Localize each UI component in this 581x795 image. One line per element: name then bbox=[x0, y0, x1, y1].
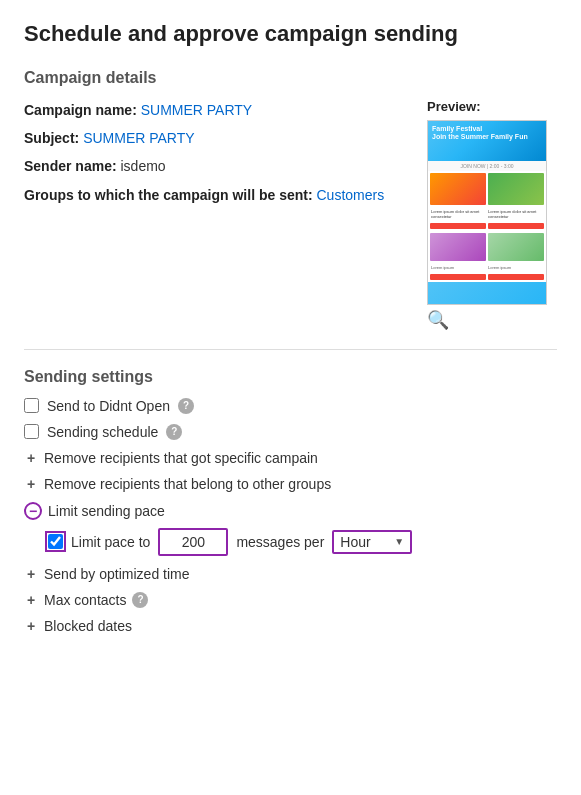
preview-cell-2 bbox=[488, 173, 544, 205]
groups-value: Customers bbox=[316, 187, 384, 203]
preview-header-block: Family FestivalJoin the Summer Family Fu… bbox=[428, 121, 546, 161]
campaign-preview-image: Family FestivalJoin the Summer Family Fu… bbox=[427, 120, 547, 305]
sending-settings-title: Sending settings bbox=[24, 368, 557, 386]
remove-groups-label: Remove recipients that belong to other g… bbox=[44, 476, 331, 492]
limit-pace-checkbox-wrapper bbox=[48, 534, 63, 549]
campaign-name-value: SUMMER PARTY bbox=[141, 102, 253, 118]
preview-cell-3 bbox=[430, 233, 486, 261]
plus-icon-3: + bbox=[24, 566, 38, 582]
groups-label: Groups to which the campaign will be sen… bbox=[24, 187, 313, 203]
send-to-didnt-open-row: Send to Didnt Open ? bbox=[24, 398, 557, 414]
preview-cell-1 bbox=[430, 173, 486, 205]
max-contacts-help-icon[interactable]: ? bbox=[132, 592, 148, 608]
campaign-details-title: Campaign details bbox=[24, 69, 557, 87]
sending-schedule-row: Sending schedule ? bbox=[24, 424, 557, 440]
minus-circle-icon[interactable]: − bbox=[24, 502, 42, 520]
subject-value: SUMMER PARTY bbox=[83, 130, 195, 146]
preview-area: Preview: Family FestivalJoin the Summer … bbox=[427, 99, 557, 331]
zoom-icon[interactable]: 🔍 bbox=[427, 309, 557, 331]
campaign-name-row: Campaign name: SUMMER PARTY bbox=[24, 99, 407, 121]
max-contacts-label: Max contacts bbox=[44, 592, 126, 608]
plus-icon-4: + bbox=[24, 592, 38, 608]
campaign-details-section: Campaign details Campaign name: SUMMER P… bbox=[24, 69, 557, 331]
remove-specific-row[interactable]: + Remove recipients that got specific ca… bbox=[24, 450, 557, 466]
sending-schedule-checkbox[interactable] bbox=[24, 424, 39, 439]
limit-sending-pace-label: Limit sending pace bbox=[48, 503, 165, 519]
page-title: Schedule and approve campaign sending bbox=[24, 20, 557, 49]
limit-pace-checkbox[interactable] bbox=[48, 534, 63, 549]
plus-icon-1: + bbox=[24, 450, 38, 466]
chevron-down-icon: ▼ bbox=[394, 536, 404, 547]
preview-cell-4 bbox=[488, 233, 544, 261]
plus-icon-2: + bbox=[24, 476, 38, 492]
messages-per-label: messages per bbox=[236, 534, 324, 550]
remove-specific-label: Remove recipients that got specific camp… bbox=[44, 450, 318, 466]
blocked-dates-row[interactable]: + Blocked dates bbox=[24, 618, 557, 634]
send-by-optimized-label: Send by optimized time bbox=[44, 566, 190, 582]
send-to-didnt-open-checkbox[interactable] bbox=[24, 398, 39, 413]
campaign-info: Campaign name: SUMMER PARTY Subject: SUM… bbox=[24, 99, 407, 213]
pace-value-input[interactable] bbox=[158, 528, 228, 556]
sending-settings-section: Sending settings Send to Didnt Open ? Se… bbox=[24, 368, 557, 634]
preview-label: Preview: bbox=[427, 99, 557, 114]
limit-sending-pace-section: − Limit sending pace Limit pace to messa… bbox=[24, 502, 557, 556]
sender-value: isdemo bbox=[120, 158, 165, 174]
send-to-didnt-open-help-icon[interactable]: ? bbox=[178, 398, 194, 414]
sending-schedule-label: Sending schedule bbox=[47, 424, 158, 440]
limit-pace-to-label: Limit pace to bbox=[71, 534, 150, 550]
send-to-didnt-open-label: Send to Didnt Open bbox=[47, 398, 170, 414]
max-contacts-row[interactable]: + Max contacts ? bbox=[24, 592, 557, 608]
remove-groups-row[interactable]: + Remove recipients that belong to other… bbox=[24, 476, 557, 492]
limit-pace-controls: Limit pace to messages per Hour Day Week… bbox=[24, 528, 557, 556]
blocked-dates-label: Blocked dates bbox=[44, 618, 132, 634]
groups-row: Groups to which the campaign will be sen… bbox=[24, 184, 407, 206]
sender-label: Sender name: bbox=[24, 158, 117, 174]
campaign-name-label: Campaign name: bbox=[24, 102, 137, 118]
sending-schedule-help-icon[interactable]: ? bbox=[166, 424, 182, 440]
send-by-optimized-row[interactable]: + Send by optimized time bbox=[24, 566, 557, 582]
subject-row: Subject: SUMMER PARTY bbox=[24, 127, 407, 149]
subject-label: Subject: bbox=[24, 130, 79, 146]
preview-footer-block bbox=[428, 282, 546, 304]
section-divider bbox=[24, 349, 557, 350]
hour-select-wrapper[interactable]: Hour Day Week ▼ bbox=[332, 530, 412, 554]
sender-row: Sender name: isdemo bbox=[24, 155, 407, 177]
plus-icon-5: + bbox=[24, 618, 38, 634]
campaign-details-content: Campaign name: SUMMER PARTY Subject: SUM… bbox=[24, 99, 557, 331]
hour-select[interactable]: Hour Day Week bbox=[340, 534, 390, 550]
limit-sending-pace-header[interactable]: − Limit sending pace bbox=[24, 502, 557, 520]
